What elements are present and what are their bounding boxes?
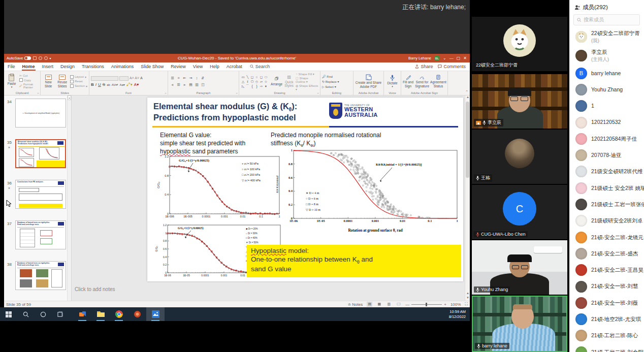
member-row[interactable]: 21级硕士 工岩一班张依杰 [569, 196, 644, 212]
bold-button[interactable]: B [91, 82, 94, 87]
member-row[interactable]: 1 [569, 98, 644, 114]
ribbon-tab[interactable]: Help [206, 62, 223, 71]
taskbar-powerpoint[interactable] [128, 307, 146, 321]
taskbar-meeting-app[interactable] [73, 307, 91, 321]
ribbon-tab[interactable]: View [189, 62, 206, 71]
create-pdf-button[interactable]: Create and Share Adobe PDF [355, 74, 382, 88]
quick-access-caret[interactable]: ▾ [50, 56, 51, 60]
ribbon-tab[interactable]: Transitions [78, 62, 108, 71]
editor-scrollbar[interactable]: ▲ ▲▼ [465, 95, 470, 301]
taskbar-chrome[interactable] [110, 307, 128, 321]
member-row[interactable]: 21硕-安全二班-龙镜元 [569, 229, 644, 245]
find-button[interactable]: 🔎 Find [322, 75, 339, 78]
strikethrough-button[interactable]: S [103, 82, 105, 87]
taskbar-file-explorer[interactable] [91, 307, 110, 321]
video-tile[interactable]: 22硕安全二班邵宁胥 [472, 17, 567, 71]
member-row[interactable]: 207078-迪亚 [569, 147, 644, 163]
taskbar-search-icon[interactable] [17, 307, 35, 321]
ribbon-tab[interactable]: Insert [39, 62, 57, 71]
ribbon-tab[interactable]: Home [19, 62, 39, 71]
ribbon-tab[interactable]: Review [167, 62, 189, 71]
member-row[interactable]: 1202120532 [569, 114, 644, 131]
undo-icon[interactable] [39, 56, 42, 60]
slide-thumbnail[interactable]: 36✶Conclusions from FE analyses [4, 180, 71, 219]
video-tile[interactable]: Youhu Zhang [472, 240, 567, 295]
quick-styles-button[interactable]: ▨Quick Styles [284, 75, 294, 87]
new-slide-button[interactable]: New Slide [42, 75, 54, 87]
member-row[interactable]: 21硕-安全二班-王昌昊 [569, 262, 644, 278]
change-case-button[interactable]: Aa▾ [119, 83, 124, 86]
replace-button[interactable]: ↻ Replace ▾ [322, 80, 339, 83]
text-direction-icon[interactable]: ⇵ [202, 76, 205, 80]
member-row[interactable]: 21级安全硕研2班代维 [569, 164, 644, 180]
indent-inc-icon[interactable]: ⇥ [189, 76, 192, 80]
font-name-box[interactable] [91, 76, 118, 81]
numbering-icon[interactable]: ≡ [177, 76, 179, 80]
slide-sorter-icon[interactable]: ▦ [376, 302, 382, 307]
agreement-status-button[interactable]: Agreement Status [431, 75, 446, 87]
member-row[interactable]: 21硕-地空2班-尤安琪 [569, 311, 644, 327]
video-tile[interactable]: CCUG-UWA-Libo Chen [472, 185, 567, 239]
ribbon-tab[interactable]: Animations [108, 62, 138, 71]
start-button[interactable] [0, 307, 17, 321]
slide-thumbnail[interactable]: 35✶Elemental shear modulus (G) & (K): Pr… [4, 139, 71, 179]
format-painter-button[interactable]: 🖉 Format Painter [19, 83, 39, 89]
shape-gallery[interactable]: ▭╲◻○◻⬭ △ℓ⬠◇▱☆ ◺⌒{}⇨▾ [241, 75, 268, 88]
member-row[interactable]: 21硕-工岩二班-刘金阳 [569, 344, 644, 352]
underline-button[interactable]: U [98, 82, 101, 87]
justify-icon[interactable]: ▤ [189, 83, 192, 87]
member-row[interactable]: 李立辰(主持人) [569, 46, 644, 65]
member-row[interactable]: 21级硕士 安全2班 姚瑞 [569, 180, 644, 196]
ribbon-tab[interactable]: File [4, 62, 19, 71]
ribbon-tab[interactable]: Design [57, 62, 78, 71]
taskbar-photos[interactable] [146, 307, 165, 321]
fill-sign-button[interactable]: Fill and Sign [403, 75, 413, 87]
text-shadow-button[interactable]: ab [107, 83, 110, 86]
section-button[interactable]: Section ▾ [70, 84, 87, 88]
paste-button[interactable]: Paste▾ [6, 74, 18, 89]
video-tile[interactable]: barry lehane [472, 296, 567, 352]
member-row[interactable]: 1202120584周子佳 [569, 131, 644, 147]
reuse-slides-button[interactable]: Reuse Slides [56, 75, 68, 87]
user-avatar[interactable]: BL [434, 55, 440, 61]
bullets-icon[interactable]: ☰ [171, 76, 174, 80]
font-color-button[interactable]: A▾ [134, 82, 139, 87]
taskbar-clock[interactable]: 10:59 AM 8/12/2022 [449, 309, 470, 319]
member-row[interactable]: 21硕-工岩二班-陈心 [569, 328, 644, 344]
member-row[interactable]: B barry lehane [569, 65, 644, 81]
close-icon[interactable]: ✕ [463, 56, 467, 60]
align-right-icon[interactable]: ⫸ [184, 83, 186, 87]
member-row[interactable]: 21硕-安全二班-盛杰 [569, 245, 644, 262]
dictate-button[interactable]: Dictate▾ [385, 75, 399, 88]
slide-thumbnail[interactable]: 34c. Development of simplified Model (ri… [4, 99, 71, 138]
align-center-icon[interactable]: ☰ [177, 83, 180, 87]
indent-dec-icon[interactable]: ⇤ [183, 76, 186, 80]
slide-thumbnail[interactable]: 37Database of lateral tests on rigid pil… [4, 220, 71, 260]
line-spacing-icon[interactable]: ↕ [196, 76, 198, 80]
member-row[interactable]: 22硕安全二班邵宁胥(我) [569, 27, 644, 46]
zoom-level[interactable]: 100% [450, 302, 461, 307]
zoom-slider[interactable]: —+ [405, 302, 446, 307]
normal-view-icon[interactable]: ▤ [367, 302, 372, 307]
shape-effects-button[interactable]: ◍ Shape Effects ▾ [296, 84, 318, 91]
align-left-icon[interactable]: ⫷ [172, 83, 174, 87]
member-search-input[interactable]: 搜索成员 [573, 14, 640, 25]
video-tile[interactable]: 李立辰 [472, 74, 567, 129]
arrange-button[interactable]: 🗇Arrange [271, 77, 282, 86]
redo-icon[interactable] [44, 56, 48, 60]
collapse-ribbon-icon[interactable]: ⌃ [465, 90, 468, 94]
member-row[interactable]: 21硕-安全一班-刘慧 [569, 278, 644, 295]
ribbon-tab[interactable]: Acrobat [223, 62, 246, 71]
notes-placeholder[interactable]: Click to add notes [75, 286, 115, 292]
task-view-icon[interactable] [52, 307, 69, 321]
reset-button[interactable]: Reset [70, 80, 87, 83]
fit-window-icon[interactable]: ⛶ [465, 302, 468, 307]
layout-button[interactable]: Layout ▾ [70, 75, 87, 79]
cut-button[interactable]: ✂ Cut [19, 74, 39, 77]
video-tile[interactable]: 王栋 [472, 130, 567, 184]
cortana-icon[interactable] [35, 307, 52, 321]
slide-thumbnail[interactable]: 38Database of lateral tests on rigid pil… [4, 261, 71, 301]
smartart-icon[interactable]: ◫ [201, 83, 205, 87]
notes-toggle[interactable]: ≐ Notes [347, 302, 363, 307]
comments-button[interactable]: Comments [438, 64, 466, 69]
